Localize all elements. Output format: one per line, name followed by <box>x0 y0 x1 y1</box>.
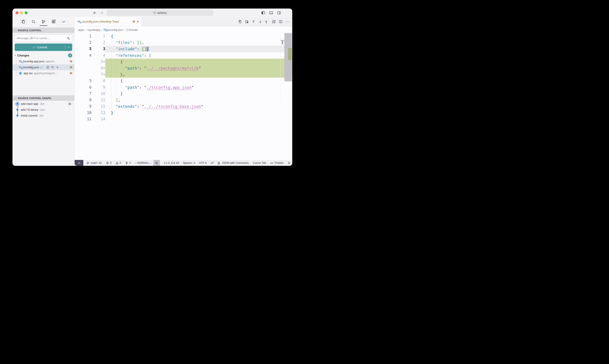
commit-author: Juri <box>40 108 45 111</box>
commit-row[interactable]: Initial commitJuri <box>13 113 74 118</box>
source-control-header[interactable]: SOURCE CONTROL <box>13 27 74 33</box>
code-line[interactable]: 22 "files": [], <box>75 39 292 46</box>
commit-row[interactable]: add react appJuri <box>13 101 74 107</box>
render-whitespace-icon[interactable]: ¶ <box>265 20 269 23</box>
status-problems-warnings[interactable]: 0 <box>114 160 123 166</box>
back-arrow-icon[interactable] <box>93 11 97 15</box>
code-line[interactable]: 11{ <box>75 33 292 39</box>
status-eol-sequence[interactable]: LF <box>209 160 216 166</box>
breadcrumb-item-include[interactable]: [ ]include <box>126 28 138 31</box>
status-encoding[interactable]: UTF-8 <box>197 160 208 166</box>
editor-group: TS⚙ tsconfig.json (Working Tree) M × ¶ a… <box>75 17 292 166</box>
changed-file-row[interactable]: TS⚙tsconfig.jsona…M <box>13 64 74 70</box>
previous-change-icon[interactable] <box>252 20 255 23</box>
breadcrumb-item-tsconfig.json[interactable]: TS⚙tsconfig.json <box>103 28 123 31</box>
open-preview-icon[interactable] <box>245 20 248 23</box>
breadcrumb-label: tsconfig.json <box>107 28 123 31</box>
status-ports-forwarded[interactable]: 0 <box>123 160 133 166</box>
changed-file-row[interactable]: TS⚙tsconfig.app.jsonapps/m…M <box>13 58 74 64</box>
breadcrumb-item-apps[interactable]: apps <box>78 28 84 31</box>
status-remote-indicator[interactable] <box>75 160 83 166</box>
open-changes-icon[interactable] <box>238 20 242 23</box>
code-line[interactable]: 58 { <box>75 78 292 84</box>
forward-arrow-icon[interactable] <box>100 11 104 15</box>
code-line[interactable]: 7+ }, <box>75 71 292 78</box>
activity-bar-item-extensions[interactable] <box>51 19 56 24</box>
split-editor-icon[interactable] <box>279 20 282 23</box>
settings-gear-icon[interactable] <box>285 11 289 15</box>
toggle-secondary-sidebar-icon[interactable] <box>277 11 281 15</box>
changes-section-header[interactable]: Changes 3 <box>13 52 74 58</box>
code-line[interactable]: 5+ { <box>75 59 292 65</box>
activity-bar-item-more-views[interactable] <box>61 19 66 24</box>
activity-bar-item-explorer[interactable] <box>21 19 26 24</box>
status-language-mode[interactable]: {}JSON with Comments <box>216 160 251 166</box>
sparkle-icon[interactable] <box>67 37 70 40</box>
new-line-number: 9 <box>91 84 105 91</box>
status-cursor-tab[interactable]: Cursor Tab <box>251 160 268 166</box>
status-vim-mode[interactable]: -- NORMAL -- <box>133 160 154 166</box>
vim-block-cursor: , <box>147 47 149 51</box>
code-line[interactable]: 710 } <box>75 91 292 97</box>
code-line[interactable]: 811 ], <box>75 97 292 103</box>
activity-bar-item-source-control[interactable] <box>41 19 46 24</box>
status-cursor-position[interactable]: Ln 3, Col 16 <box>162 160 181 166</box>
open-file-icon[interactable] <box>46 66 49 69</box>
search-icon <box>153 11 156 14</box>
status-git-branch-status[interactable]: main* <box>85 160 104 166</box>
typescript-file-icon: TS⚙ <box>77 20 80 23</box>
tab-tsconfig-json-working-tree[interactable]: TS⚙ tsconfig.json (Working Tree) M × <box>75 17 142 26</box>
status-formatter[interactable]: ✓✓Prettier <box>268 160 285 166</box>
error-icon <box>106 161 109 165</box>
commit-button[interactable]: Commit <box>15 43 72 51</box>
goto-commit-button[interactable] <box>67 101 72 106</box>
code-line[interactable]: 6+ "path": "../../packages/mytslib" <box>75 65 292 71</box>
code-line[interactable]: 33 "include": [], <box>75 46 292 52</box>
chevron-down-icon <box>14 29 17 32</box>
close-tab-icon[interactable]: × <box>137 20 139 23</box>
commit-dropdown-button[interactable] <box>65 46 72 49</box>
old-line-number: 3 <box>75 46 91 52</box>
command-center-search[interactable]: tsmono <box>106 10 213 15</box>
diff-editor[interactable]: 11{22 "files": [],33 "include": [],44 "r… <box>75 33 292 160</box>
status-label: main* <box>91 161 98 165</box>
breadcrumb-item-myviteapp[interactable]: myviteapp <box>87 28 100 31</box>
file-inline-actions <box>46 66 59 69</box>
commit-message-input[interactable]: Message (⌘⏎ to comm… <box>15 34 72 42</box>
minimize-window-button[interactable] <box>20 11 23 14</box>
code-line[interactable]: 44 "references": [ <box>75 52 292 59</box>
stage-icon[interactable] <box>56 66 59 69</box>
toggle-primary-sidebar-icon[interactable] <box>261 11 265 15</box>
status-problems-errors[interactable]: 0 <box>104 160 114 166</box>
new-line-number: 12 <box>91 103 105 110</box>
source-control-graph-header[interactable]: SOURCE CONTROL GRAPH <box>13 95 74 101</box>
status-notifications-bell[interactable] <box>286 160 292 166</box>
status-label: UTF-8 <box>199 161 207 165</box>
search-query: tsmono <box>157 11 167 14</box>
code-line[interactable]: 69 "path": "./tsconfig.app.json" <box>75 84 292 91</box>
close-window-button[interactable] <box>15 11 18 14</box>
breadcrumb-label: include <box>129 28 138 31</box>
changed-file-row[interactable]: app.tsxapps/myviteapp/sr…M <box>13 70 74 76</box>
code-line[interactable]: 1114 <box>75 116 292 122</box>
minimap-icon[interactable] <box>272 20 276 23</box>
status-label: Cursor Tab <box>253 161 266 165</box>
old-line-number: 9 <box>75 103 91 110</box>
new-line-number: 10 <box>91 91 105 97</box>
chevron-down-icon <box>14 97 17 100</box>
status-indentation[interactable]: Spaces: 2 <box>181 160 197 166</box>
activity-bar-item-search[interactable] <box>31 19 36 24</box>
code-line[interactable]: 1013} <box>75 110 292 116</box>
next-change-icon[interactable] <box>259 20 262 23</box>
discard-icon[interactable] <box>51 66 54 69</box>
maximize-window-button[interactable] <box>25 11 27 14</box>
check-icon <box>33 46 35 49</box>
status-zoom-indicator[interactable] <box>153 160 160 166</box>
array-symbol-icon: [ ] <box>126 28 128 31</box>
file-name: app.tsx <box>23 72 33 75</box>
commit-row[interactable]: add TS libraryJuri <box>13 107 74 113</box>
toggle-panel-icon[interactable] <box>269 11 273 15</box>
code-line[interactable]: 912 "extends": "../../tsconfig.base.json… <box>75 103 292 110</box>
new-line-number: 2 <box>91 39 105 46</box>
more-actions-icon[interactable] <box>286 20 289 23</box>
